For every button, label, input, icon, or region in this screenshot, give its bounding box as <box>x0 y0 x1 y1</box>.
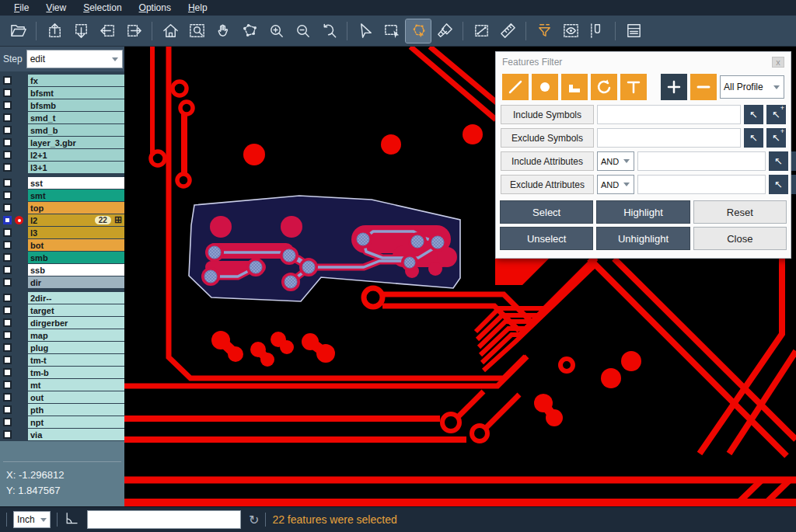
layer-row-bfsmb[interactable]: bfsmb <box>0 99 124 111</box>
layer-name-cell[interactable]: top <box>28 202 124 214</box>
pick-add-attribute-button[interactable]: ↖+ <box>791 151 796 171</box>
layer-name-cell[interactable]: smd_t <box>28 112 124 123</box>
layer-name-cell[interactable]: smb <box>28 252 124 263</box>
pick-add-symbol-button[interactable]: ↖+ <box>766 128 786 148</box>
exclude-attributes-input[interactable] <box>637 175 766 194</box>
unselect-button[interactable]: Unselect <box>500 227 593 250</box>
zoom-polygon-button[interactable] <box>237 19 262 43</box>
layer-name-cell[interactable]: smt <box>28 190 124 201</box>
layer-visibility-checkbox[interactable] <box>3 179 12 187</box>
menu-item-view[interactable]: View <box>38 2 74 14</box>
layer-row-pth[interactable]: pth <box>0 404 124 416</box>
layer-row-sst[interactable]: sst <box>0 177 124 189</box>
layer-visibility-checkbox[interactable] <box>3 418 12 426</box>
layer-visibility-checkbox[interactable] <box>3 368 12 377</box>
features-filter-button[interactable] <box>532 19 557 43</box>
layer-visibility-checkbox[interactable] <box>3 126 12 134</box>
layer-name-cell[interactable]: out <box>28 391 124 403</box>
filter-surface-button[interactable] <box>561 74 588 100</box>
filter-negative-button[interactable] <box>690 74 717 100</box>
dialog-title-bar[interactable]: Features Filter x <box>496 52 791 72</box>
layer-name-cell[interactable]: l222⊞ <box>28 214 124 226</box>
layer-row-ssb[interactable]: ssb <box>0 264 124 276</box>
layer-name-cell[interactable]: dirgerber <box>28 317 124 329</box>
layer-row-out[interactable]: out <box>0 391 124 403</box>
layer-visibility-checkbox[interactable] <box>3 191 12 200</box>
zoom-in-button[interactable] <box>264 19 288 43</box>
layer-visibility-checkbox[interactable] <box>3 228 12 237</box>
include-symbols-input[interactable] <box>597 105 741 124</box>
pick-add-symbol-button[interactable]: ↖+ <box>766 105 786 124</box>
zoom-previous-button[interactable] <box>316 19 341 43</box>
layer-row-smd_t[interactable]: smd_t <box>0 112 124 123</box>
menu-item-help[interactable]: Help <box>180 2 215 14</box>
layer-visibility-checkbox[interactable] <box>3 343 12 352</box>
layer-visibility-checkbox[interactable] <box>3 216 12 224</box>
layer-visibility-checkbox[interactable] <box>3 318 12 327</box>
exclude-symbols-button[interactable]: Exclude Symbols <box>501 128 594 148</box>
layer-name-cell[interactable]: tm-t <box>28 354 124 366</box>
layer-row-bfsmt[interactable]: bfsmt <box>0 87 124 99</box>
layer-row-target[interactable]: target <box>0 304 124 316</box>
layer-visibility-checkbox[interactable] <box>3 138 12 147</box>
exclude-attributes-operator-dropdown[interactable]: AND <box>597 175 634 194</box>
exclude-attributes-button[interactable]: Exclude Attributes <box>501 175 594 194</box>
layer-visibility-checkbox[interactable] <box>3 294 12 302</box>
layer-name-cell[interactable]: bot <box>28 239 124 251</box>
layer-row-l2[interactable]: l222⊞ <box>0 214 124 226</box>
clear-brush-button[interactable] <box>432 19 457 43</box>
layers-panel-button[interactable] <box>621 19 646 43</box>
layer-name-cell[interactable]: mt <box>28 379 124 391</box>
layer-row-l3[interactable]: l3 <box>0 227 124 238</box>
layer-visibility-checkbox[interactable] <box>3 356 12 364</box>
layer-row-l3+1[interactable]: l3+1 <box>0 162 124 173</box>
refresh-icon[interactable]: ↻ <box>249 513 259 527</box>
reset-button[interactable]: Reset <box>693 200 787 224</box>
measure-distance-button[interactable] <box>469 19 494 43</box>
layer-visibility-checkbox[interactable] <box>3 89 12 97</box>
step-right-button[interactable] <box>121 19 146 43</box>
select-arrow-button[interactable] <box>353 19 378 43</box>
layer-visibility-checkbox[interactable] <box>3 393 12 402</box>
filter-positive-button[interactable] <box>661 74 687 100</box>
layer-row-smd_b[interactable]: smd_b <box>0 124 124 136</box>
layer-visibility-checkbox[interactable] <box>3 241 12 249</box>
layer-name-cell[interactable]: plug <box>28 342 124 353</box>
layer-visibility-checkbox[interactable] <box>3 430 12 439</box>
layer-name-cell[interactable]: tm-b <box>28 367 124 378</box>
step-up-button[interactable] <box>42 19 67 43</box>
layer-visibility-checkbox[interactable] <box>3 113 12 122</box>
select-rectangle-button[interactable] <box>379 19 404 43</box>
layer-visibility-checkbox[interactable] <box>3 306 12 315</box>
layer-row-map[interactable]: map <box>0 329 124 341</box>
highlight-button[interactable]: Highlight <box>596 200 690 224</box>
zoom-home-button[interactable] <box>158 19 183 43</box>
layer-visibility-checkbox[interactable] <box>3 266 12 274</box>
layer-name-cell[interactable]: l2+1 <box>28 149 124 161</box>
layer-name-cell[interactable]: layer_3.gbr <box>28 137 124 148</box>
close-icon[interactable]: x <box>772 57 784 68</box>
include-attributes-button[interactable]: Include Attributes <box>501 151 594 171</box>
menu-item-selection[interactable]: Selection <box>75 2 129 14</box>
layer-visibility-checkbox[interactable] <box>3 278 12 287</box>
layer-name-cell[interactable]: ssb <box>28 264 124 276</box>
pick-attribute-button[interactable]: ↖ <box>769 151 788 171</box>
layer-row-layer_3.gbr[interactable]: layer_3.gbr <box>0 137 124 148</box>
layer-visibility-checkbox[interactable] <box>3 331 12 339</box>
layer-name-cell[interactable]: l3+1 <box>28 162 124 173</box>
profile-dropdown[interactable]: All Profile <box>720 75 784 99</box>
layer-visibility-checkbox[interactable] <box>3 163 12 172</box>
layer-name-cell[interactable]: smd_b <box>28 124 124 136</box>
layer-row-via[interactable]: via <box>0 429 124 440</box>
open-file-button[interactable] <box>5 19 30 43</box>
filter-pad-button[interactable] <box>532 74 558 100</box>
layer-name-cell[interactable]: bfsmb <box>28 99 124 111</box>
ruler-button[interactable] <box>495 19 520 43</box>
menu-item-options[interactable]: Options <box>131 2 179 14</box>
layer-row-npt[interactable]: npt <box>0 416 124 428</box>
layer-name-cell[interactable]: 2dir-- <box>28 292 124 304</box>
zoom-out-button[interactable] <box>290 19 315 43</box>
layer-name-cell[interactable]: npt <box>28 416 124 428</box>
layer-name-cell[interactable]: fx <box>28 75 124 86</box>
layer-row-l2+1[interactable]: l2+1 <box>0 149 124 161</box>
